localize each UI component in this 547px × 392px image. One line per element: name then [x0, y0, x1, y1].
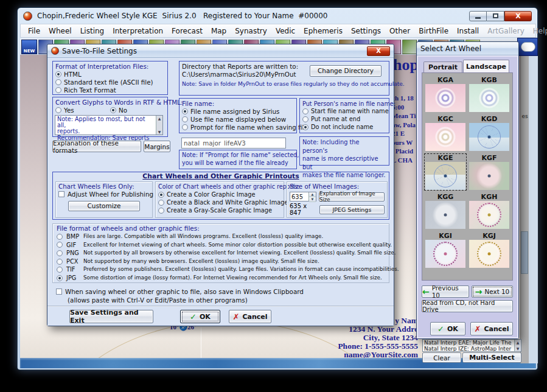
toolbar-icon[interactable] — [402, 40, 417, 54]
wheel-size-input[interactable] — [290, 192, 308, 201]
radio-icon[interactable] — [158, 200, 164, 206]
art-wheel-kga[interactable]: KGA — [424, 75, 467, 113]
file-name-option-prompt-for-file-name-when-saving[interactable]: Prompt for file name when saving file — [182, 124, 294, 131]
wheel-size-spinner[interactable]: ▲▼ — [290, 192, 316, 201]
file-format-option-gif[interactable]: GIFExcellent for Internet viewing of cha… — [57, 241, 385, 250]
radio-selected-icon[interactable] — [57, 275, 63, 281]
radio-icon[interactable] — [182, 124, 188, 130]
file-format-option-tif[interactable]: TIFPreferred by some publishers. Excelle… — [57, 265, 385, 274]
art-wheel-thumbnail[interactable] — [425, 84, 465, 112]
spin-down-icon[interactable]: ▼ — [309, 197, 316, 202]
minimize-button[interactable] — [469, 11, 487, 21]
file-name-input[interactable] — [181, 138, 286, 149]
radio-icon[interactable] — [57, 250, 63, 256]
art-wheel-kgb[interactable]: KGB — [468, 75, 510, 113]
tab-portrait[interactable]: Portrait — [423, 61, 462, 72]
list-scrollbar[interactable]: ▲▼ — [514, 340, 521, 351]
radio-icon[interactable] — [302, 116, 308, 122]
file-format-option-jpg[interactable]: JPGSome distortion of image (lossy forma… — [57, 274, 385, 282]
radio-selected-icon[interactable] — [110, 107, 116, 113]
art-wheel-thumbnail[interactable] — [425, 162, 465, 190]
art-wheel-thumbnail[interactable] — [469, 201, 509, 229]
format-option-html[interactable]: HTML — [55, 71, 165, 79]
art-wheel-thumbnail[interactable] — [469, 84, 509, 112]
cancel-button[interactable]: ✗ Cancel — [229, 310, 271, 323]
menu-birthfile[interactable]: BirthFile — [414, 26, 453, 37]
radio-icon[interactable] — [55, 107, 61, 113]
art-wheel-kgh[interactable]: KGH — [468, 192, 510, 229]
glyphs-option-no[interactable]: No — [110, 107, 165, 114]
menu-settings[interactable]: Settings — [347, 26, 385, 37]
radio-selected-icon[interactable] — [182, 108, 188, 114]
menu-map[interactable]: Map — [207, 26, 231, 37]
file-name-option-use-file-name-displayed-below[interactable]: Use file name displayed below — [182, 116, 294, 124]
jpeg-settings-button[interactable]: JPEG Settings — [319, 205, 385, 214]
radio-icon[interactable] — [158, 208, 164, 214]
menu-listing[interactable]: Listing — [76, 26, 109, 37]
format-option-standard-text-file-ascii-file[interactable]: Standard text file (ASCII file) — [55, 79, 165, 86]
art-wheel-thumbnail[interactable] — [425, 123, 465, 151]
note-scrollbar[interactable]: ▲▼ — [156, 116, 162, 135]
menu-file[interactable]: File — [24, 26, 44, 37]
art-cancel-button[interactable]: ✗ Cancel — [470, 322, 513, 335]
radio-selected-icon[interactable] — [158, 192, 164, 198]
art-wheel-kgj[interactable]: KGJ — [468, 231, 510, 268]
clear-button[interactable]: Clear — [422, 352, 461, 363]
art-wheel-thumbnail[interactable] — [469, 162, 509, 190]
radio-icon[interactable] — [57, 242, 63, 248]
menu-other[interactable]: Other — [385, 26, 414, 37]
menu-interpretation[interactable]: Interpretation — [108, 26, 167, 37]
read-from-cd-button[interactable]: Read from CD, not Hard Drive — [422, 300, 513, 312]
radio-selected-icon[interactable] — [55, 71, 61, 77]
art-wheel-thumbnail[interactable] — [425, 240, 465, 268]
hidden-scrollbar-thumb[interactable] — [521, 231, 528, 274]
save-settings-exit-button[interactable]: Save Settings and Exit — [69, 310, 153, 323]
radio-icon[interactable] — [57, 259, 63, 265]
radio-selected-icon[interactable] — [302, 124, 308, 130]
menu-synastry[interactable]: Synastry — [231, 26, 271, 37]
radio-icon[interactable] — [55, 79, 61, 85]
radio-icon[interactable] — [57, 234, 63, 240]
hidden-search-field[interactable] — [521, 42, 535, 52]
close-button[interactable]: X — [504, 11, 532, 21]
menu-vedic[interactable]: Vedic — [271, 26, 299, 37]
color-option-create-a-color-graphic-image[interactable]: Create a Color Graphic Image — [158, 191, 281, 198]
file-format-option-png[interactable]: PNGNot supported by all browsers by othe… — [57, 249, 385, 257]
new-chart-toolbar-button[interactable]: NEW — [21, 40, 37, 54]
person-name-option-put-name-at-end[interactable]: Put name at end — [302, 116, 386, 124]
adjust-wheel-checkbox[interactable] — [58, 191, 64, 197]
format-option-rich-text-format[interactable]: Rich Text Format — [55, 86, 165, 94]
person-name-option-do-not-include-name[interactable]: Do not include name — [302, 124, 386, 131]
tab-landscape[interactable]: Landscape — [463, 60, 509, 72]
margins-button[interactable]: Margins — [144, 141, 170, 152]
art-wheel-kgc[interactable]: KGC — [424, 114, 467, 152]
spin-up-icon[interactable]: ▲ — [309, 192, 316, 197]
change-directory-button[interactable]: Change Directory — [310, 65, 382, 77]
clipboard-checkbox[interactable] — [56, 289, 62, 295]
glyphs-option-yes[interactable]: Yes — [55, 107, 110, 114]
menu-wheel[interactable]: Wheel — [44, 26, 76, 37]
color-option-create-a-black-and-white-graphic[interactable]: Create a Black and White Graphic Image — [158, 198, 281, 206]
file-format-option-bmp[interactable]: BMPFiles are large. Compatible with all … — [57, 233, 385, 241]
ok-button[interactable]: ✓ OK — [180, 310, 220, 323]
art-wheel-kgf[interactable]: KGF — [468, 153, 510, 191]
art-wheel-thumbnail[interactable] — [469, 123, 509, 151]
radio-icon[interactable] — [302, 108, 308, 114]
adjust-wheel-row[interactable]: Adjust Wheel for Publishing — [58, 191, 150, 198]
clipboard-row[interactable]: When saving wheel or other graphic to fi… — [56, 288, 304, 295]
art-wheel-thumbnail[interactable] — [469, 240, 509, 268]
radio-icon[interactable] — [55, 87, 61, 93]
menu-ephemeris[interactable]: Ephemeris — [299, 26, 347, 37]
art-wheel-kgg[interactable]: KGG — [424, 192, 467, 229]
maximize-button[interactable] — [487, 11, 504, 21]
save-dialog-close-button[interactable]: X — [367, 46, 390, 56]
art-wheel-thumbnail[interactable] — [425, 201, 465, 229]
art-ok-button[interactable]: ✓ OK — [430, 322, 465, 335]
art-wheel-kgd[interactable]: KGD — [468, 114, 510, 152]
radio-icon[interactable] — [57, 267, 63, 273]
menu-forecast[interactable]: Forecast — [167, 26, 207, 37]
art-wheel-kgi[interactable]: KGI — [424, 231, 467, 268]
explanation-formats-button[interactable]: Explanation of these formats — [52, 141, 141, 152]
file-format-option-pcx[interactable]: PCXNot supported by many web browsers. E… — [57, 257, 385, 266]
customize-button[interactable]: Customize — [68, 201, 140, 211]
